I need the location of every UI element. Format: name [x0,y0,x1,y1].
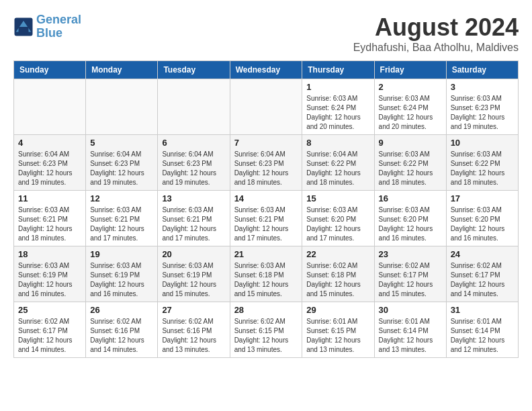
col-friday: Friday [374,61,446,79]
day-number: 18 [18,249,81,259]
logo-blue: Blue [36,26,62,40]
day-info: Sunrise: 6:04 AM Sunset: 6:23 PM Dayligh… [90,150,153,187]
day-number: 29 [306,305,369,315]
day-number: 11 [18,193,81,203]
col-tuesday: Tuesday [158,61,230,79]
day-number: 31 [451,305,514,315]
day-number: 24 [451,249,514,259]
day-info: Sunrise: 6:03 AM Sunset: 6:22 PM Dayligh… [379,150,442,187]
day-number: 13 [162,193,225,203]
day-number: 30 [379,305,442,315]
day-info: Sunrise: 6:02 AM Sunset: 6:17 PM Dayligh… [379,261,442,299]
day-cell: 14Sunrise: 6:03 AM Sunset: 6:21 PM Dayli… [230,191,302,246]
day-info: Sunrise: 6:04 AM Sunset: 6:23 PM Dayligh… [18,150,81,187]
day-cell: 31Sunrise: 6:01 AM Sunset: 6:14 PM Dayli… [446,302,518,358]
day-info: Sunrise: 6:04 AM Sunset: 6:23 PM Dayligh… [234,150,298,187]
day-number: 5 [90,138,153,148]
day-cell: 16Sunrise: 6:03 AM Sunset: 6:20 PM Dayli… [374,191,446,246]
day-number: 6 [162,138,225,148]
day-info: Sunrise: 6:04 AM Sunset: 6:22 PM Dayligh… [306,150,369,187]
logo-general: General [36,13,81,26]
day-cell: 3Sunrise: 6:03 AM Sunset: 6:23 PM Daylig… [446,79,518,135]
day-cell: 10Sunrise: 6:03 AM Sunset: 6:22 PM Dayli… [446,135,518,191]
day-number: 26 [90,305,153,315]
day-number: 19 [90,249,153,259]
day-cell: 20Sunrise: 6:03 AM Sunset: 6:19 PM Dayli… [158,246,230,302]
day-number: 23 [379,249,442,259]
col-sunday: Sunday [14,61,86,79]
col-wednesday: Wednesday [230,61,302,79]
week-row-2: 4Sunrise: 6:04 AM Sunset: 6:23 PM Daylig… [14,135,519,191]
title-section: August 2024 Eydhafushi, Baa Atholhu, Mal… [353,13,519,54]
day-info: Sunrise: 6:03 AM Sunset: 6:21 PM Dayligh… [162,205,225,243]
day-cell: 7Sunrise: 6:04 AM Sunset: 6:23 PM Daylig… [230,135,302,191]
day-number: 10 [451,138,514,148]
day-number: 3 [451,82,514,92]
day-cell: 12Sunrise: 6:03 AM Sunset: 6:21 PM Dayli… [86,191,158,246]
day-info: Sunrise: 6:02 AM Sunset: 6:18 PM Dayligh… [306,261,369,299]
day-cell: 9Sunrise: 6:03 AM Sunset: 6:22 PM Daylig… [374,135,446,191]
day-cell: 4Sunrise: 6:04 AM Sunset: 6:23 PM Daylig… [14,135,86,191]
day-info: Sunrise: 6:03 AM Sunset: 6:21 PM Dayligh… [18,205,81,243]
day-info: Sunrise: 6:03 AM Sunset: 6:20 PM Dayligh… [379,205,442,243]
col-thursday: Thursday [302,61,374,79]
day-cell: 13Sunrise: 6:03 AM Sunset: 6:21 PM Dayli… [158,191,230,246]
day-cell: 8Sunrise: 6:04 AM Sunset: 6:22 PM Daylig… [302,135,374,191]
day-number: 8 [306,138,369,148]
day-info: Sunrise: 6:02 AM Sunset: 6:17 PM Dayligh… [451,261,514,299]
day-number: 14 [234,193,298,203]
day-number: 9 [379,138,442,148]
calendar-table: Sunday Monday Tuesday Wednesday Thursday… [13,60,519,358]
calendar-title: August 2024 [353,13,519,42]
day-number: 1 [306,82,369,92]
day-cell: 26Sunrise: 6:02 AM Sunset: 6:16 PM Dayli… [86,302,158,358]
day-cell [14,79,86,135]
day-cell: 1Sunrise: 6:03 AM Sunset: 6:24 PM Daylig… [302,79,374,135]
day-info: Sunrise: 6:03 AM Sunset: 6:21 PM Dayligh… [234,205,298,243]
day-cell [230,79,302,135]
day-cell: 23Sunrise: 6:02 AM Sunset: 6:17 PM Dayli… [374,246,446,302]
week-row-3: 11Sunrise: 6:03 AM Sunset: 6:21 PM Dayli… [14,191,519,246]
day-number: 12 [90,193,153,203]
day-number: 21 [234,249,298,259]
day-number: 28 [234,305,298,315]
day-cell: 29Sunrise: 6:01 AM Sunset: 6:15 PM Dayli… [302,302,374,358]
day-cell [86,79,158,135]
day-number: 16 [379,193,442,203]
day-info: Sunrise: 6:02 AM Sunset: 6:17 PM Dayligh… [18,317,81,355]
day-info: Sunrise: 6:03 AM Sunset: 6:20 PM Dayligh… [451,205,514,243]
day-info: Sunrise: 6:03 AM Sunset: 6:24 PM Dayligh… [306,94,369,132]
svg-rect-2 [19,27,29,33]
day-number: 4 [18,138,81,148]
day-info: Sunrise: 6:03 AM Sunset: 6:19 PM Dayligh… [18,261,81,299]
day-info: Sunrise: 6:01 AM Sunset: 6:14 PM Dayligh… [379,317,442,355]
day-info: Sunrise: 6:03 AM Sunset: 6:19 PM Dayligh… [90,261,153,299]
day-info: Sunrise: 6:03 AM Sunset: 6:21 PM Dayligh… [90,205,153,243]
day-cell: 15Sunrise: 6:03 AM Sunset: 6:20 PM Dayli… [302,191,374,246]
day-number: 7 [234,138,298,148]
day-cell: 28Sunrise: 6:02 AM Sunset: 6:15 PM Dayli… [230,302,302,358]
day-info: Sunrise: 6:03 AM Sunset: 6:22 PM Dayligh… [451,150,514,187]
day-info: Sunrise: 6:02 AM Sunset: 6:16 PM Dayligh… [162,317,225,355]
day-info: Sunrise: 6:02 AM Sunset: 6:15 PM Dayligh… [234,317,298,355]
day-info: Sunrise: 6:03 AM Sunset: 6:18 PM Dayligh… [234,261,298,299]
day-number: 17 [451,193,514,203]
day-cell: 18Sunrise: 6:03 AM Sunset: 6:19 PM Dayli… [14,246,86,302]
header-row: Sunday Monday Tuesday Wednesday Thursday… [14,61,519,79]
day-cell: 17Sunrise: 6:03 AM Sunset: 6:20 PM Dayli… [446,191,518,246]
day-info: Sunrise: 6:03 AM Sunset: 6:20 PM Dayligh… [306,205,369,243]
day-info: Sunrise: 6:04 AM Sunset: 6:23 PM Dayligh… [162,150,225,187]
day-info: Sunrise: 6:03 AM Sunset: 6:19 PM Dayligh… [162,261,225,299]
day-cell: 5Sunrise: 6:04 AM Sunset: 6:23 PM Daylig… [86,135,158,191]
day-info: Sunrise: 6:01 AM Sunset: 6:14 PM Dayligh… [451,317,514,355]
col-saturday: Saturday [446,61,518,79]
week-row-4: 18Sunrise: 6:03 AM Sunset: 6:19 PM Dayli… [14,246,519,302]
day-number: 25 [18,305,81,315]
day-info: Sunrise: 6:01 AM Sunset: 6:15 PM Dayligh… [306,317,369,355]
week-row-1: 1Sunrise: 6:03 AM Sunset: 6:24 PM Daylig… [14,79,519,135]
day-cell: 21Sunrise: 6:03 AM Sunset: 6:18 PM Dayli… [230,246,302,302]
col-monday: Monday [86,61,158,79]
day-cell: 25Sunrise: 6:02 AM Sunset: 6:17 PM Dayli… [14,302,86,358]
day-number: 20 [162,249,225,259]
day-cell: 2Sunrise: 6:03 AM Sunset: 6:24 PM Daylig… [374,79,446,135]
